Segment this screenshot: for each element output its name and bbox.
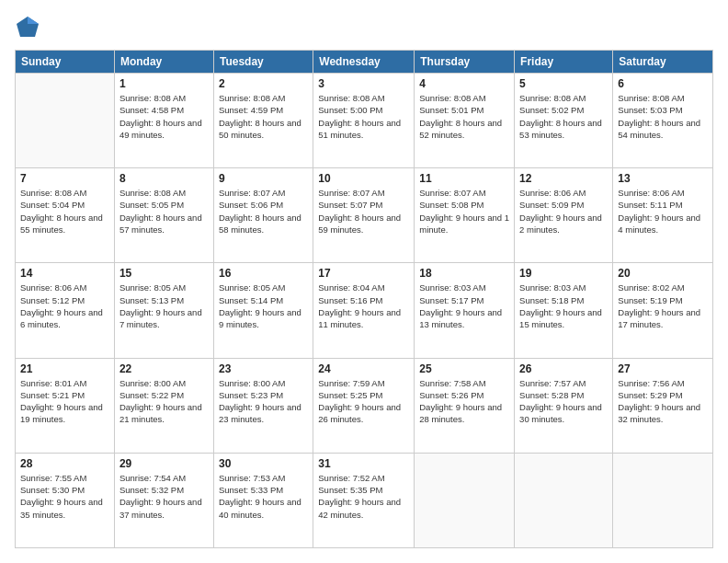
calendar-cell: 20Sunrise: 8:02 AMSunset: 5:19 PMDayligh… xyxy=(613,263,713,358)
calendar-cell: 6Sunrise: 8:08 AMSunset: 5:03 PMDaylight… xyxy=(613,74,713,168)
day-info: Sunrise: 8:01 AMSunset: 5:21 PMDaylight:… xyxy=(20,377,109,426)
day-number: 30 xyxy=(219,457,308,470)
calendar-cell xyxy=(515,453,613,547)
calendar-cell: 1Sunrise: 8:08 AMSunset: 4:58 PMDaylight… xyxy=(114,74,213,168)
logo-icon xyxy=(15,15,40,40)
day-info: Sunrise: 7:58 AMSunset: 5:26 PMDaylight:… xyxy=(419,377,509,426)
day-info: Sunrise: 8:05 AMSunset: 5:14 PMDaylight:… xyxy=(219,282,308,330)
day-info: Sunrise: 8:08 AMSunset: 5:05 PMDaylight:… xyxy=(119,187,209,236)
day-number: 10 xyxy=(318,172,409,185)
day-info: Sunrise: 8:06 AMSunset: 5:09 PMDaylight:… xyxy=(519,187,608,236)
logo xyxy=(15,15,44,40)
day-info: Sunrise: 7:59 AMSunset: 5:25 PMDaylight:… xyxy=(318,377,409,426)
day-info: Sunrise: 8:07 AMSunset: 5:08 PMDaylight:… xyxy=(419,187,509,236)
calendar-cell: 14Sunrise: 8:06 AMSunset: 5:12 PMDayligh… xyxy=(16,263,115,358)
calendar-week-row: 14Sunrise: 8:06 AMSunset: 5:12 PMDayligh… xyxy=(16,263,713,358)
calendar-cell: 7Sunrise: 8:08 AMSunset: 5:04 PMDaylight… xyxy=(16,168,115,263)
weekday-header-wednesday: Wednesday xyxy=(313,51,415,74)
day-info: Sunrise: 8:07 AMSunset: 5:06 PMDaylight:… xyxy=(219,187,308,236)
weekday-header-thursday: Thursday xyxy=(415,51,515,74)
day-info: Sunrise: 8:03 AMSunset: 5:18 PMDaylight:… xyxy=(519,282,608,330)
day-info: Sunrise: 8:05 AMSunset: 5:13 PMDaylight:… xyxy=(119,282,209,330)
calendar-cell: 11Sunrise: 8:07 AMSunset: 5:08 PMDayligh… xyxy=(415,168,515,263)
calendar-cell: 13Sunrise: 8:06 AMSunset: 5:11 PMDayligh… xyxy=(613,168,713,263)
day-number: 18 xyxy=(419,267,509,280)
day-number: 4 xyxy=(419,77,509,90)
weekday-header-tuesday: Tuesday xyxy=(213,51,313,74)
calendar-cell: 18Sunrise: 8:03 AMSunset: 5:17 PMDayligh… xyxy=(415,263,515,358)
day-info: Sunrise: 8:08 AMSunset: 4:58 PMDaylight:… xyxy=(119,92,209,141)
day-info: Sunrise: 8:04 AMSunset: 5:16 PMDaylight:… xyxy=(318,282,409,330)
day-info: Sunrise: 7:56 AMSunset: 5:29 PMDaylight:… xyxy=(618,377,708,426)
day-number: 5 xyxy=(519,77,608,90)
calendar-cell: 24Sunrise: 7:59 AMSunset: 5:25 PMDayligh… xyxy=(313,358,415,453)
weekday-header-friday: Friday xyxy=(515,51,613,74)
day-number: 29 xyxy=(119,457,209,470)
calendar-week-row: 7Sunrise: 8:08 AMSunset: 5:04 PMDaylight… xyxy=(16,168,713,263)
calendar-cell: 25Sunrise: 7:58 AMSunset: 5:26 PMDayligh… xyxy=(415,358,515,453)
day-number: 15 xyxy=(119,267,209,280)
calendar-cell: 3Sunrise: 8:08 AMSunset: 5:00 PMDaylight… xyxy=(313,74,415,168)
day-number: 28 xyxy=(20,457,109,470)
day-number: 26 xyxy=(519,362,608,375)
day-number: 25 xyxy=(419,362,509,375)
calendar-cell: 27Sunrise: 7:56 AMSunset: 5:29 PMDayligh… xyxy=(613,358,713,453)
calendar-cell: 15Sunrise: 8:05 AMSunset: 5:13 PMDayligh… xyxy=(114,263,213,358)
calendar-cell: 10Sunrise: 8:07 AMSunset: 5:07 PMDayligh… xyxy=(313,168,415,263)
day-info: Sunrise: 8:08 AMSunset: 5:01 PMDaylight:… xyxy=(419,92,509,141)
calendar-cell: 12Sunrise: 8:06 AMSunset: 5:09 PMDayligh… xyxy=(515,168,613,263)
calendar-cell: 28Sunrise: 7:55 AMSunset: 5:30 PMDayligh… xyxy=(16,453,115,547)
day-info: Sunrise: 8:07 AMSunset: 5:07 PMDaylight:… xyxy=(318,187,409,236)
day-number: 3 xyxy=(318,77,409,90)
header xyxy=(15,15,713,40)
weekday-header-sunday: Sunday xyxy=(16,51,115,74)
day-info: Sunrise: 8:08 AMSunset: 4:59 PMDaylight:… xyxy=(219,92,308,141)
day-info: Sunrise: 8:02 AMSunset: 5:19 PMDaylight:… xyxy=(618,282,708,330)
calendar-cell xyxy=(415,453,515,547)
day-info: Sunrise: 8:06 AMSunset: 5:11 PMDaylight:… xyxy=(618,187,708,236)
day-info: Sunrise: 7:52 AMSunset: 5:35 PMDaylight:… xyxy=(318,472,409,521)
calendar-cell: 19Sunrise: 8:03 AMSunset: 5:18 PMDayligh… xyxy=(515,263,613,358)
day-number: 23 xyxy=(219,362,308,375)
day-info: Sunrise: 7:55 AMSunset: 5:30 PMDaylight:… xyxy=(20,472,109,521)
weekday-header-saturday: Saturday xyxy=(613,51,713,74)
day-info: Sunrise: 8:08 AMSunset: 5:03 PMDaylight:… xyxy=(618,92,708,141)
calendar-cell: 4Sunrise: 8:08 AMSunset: 5:01 PMDaylight… xyxy=(415,74,515,168)
calendar-table: SundayMondayTuesdayWednesdayThursdayFrid… xyxy=(15,50,713,548)
day-number: 9 xyxy=(219,172,308,185)
calendar-cell: 2Sunrise: 8:08 AMSunset: 4:59 PMDaylight… xyxy=(213,74,313,168)
weekday-header-monday: Monday xyxy=(114,51,213,74)
day-info: Sunrise: 8:08 AMSunset: 5:04 PMDaylight:… xyxy=(20,187,109,236)
day-info: Sunrise: 7:57 AMSunset: 5:28 PMDaylight:… xyxy=(519,377,608,426)
calendar-cell xyxy=(16,74,115,168)
calendar-cell: 5Sunrise: 8:08 AMSunset: 5:02 PMDaylight… xyxy=(515,74,613,168)
day-info: Sunrise: 8:03 AMSunset: 5:17 PMDaylight:… xyxy=(419,282,509,330)
day-number: 27 xyxy=(618,362,708,375)
calendar-cell: 17Sunrise: 8:04 AMSunset: 5:16 PMDayligh… xyxy=(313,263,415,358)
day-number: 24 xyxy=(318,362,409,375)
day-info: Sunrise: 8:08 AMSunset: 5:02 PMDaylight:… xyxy=(519,92,608,141)
day-number: 2 xyxy=(219,77,308,90)
day-info: Sunrise: 7:54 AMSunset: 5:32 PMDaylight:… xyxy=(119,472,209,521)
weekday-header-row: SundayMondayTuesdayWednesdayThursdayFrid… xyxy=(16,51,713,74)
day-number: 19 xyxy=(519,267,608,280)
calendar-cell: 16Sunrise: 8:05 AMSunset: 5:14 PMDayligh… xyxy=(213,263,313,358)
calendar-week-row: 28Sunrise: 7:55 AMSunset: 5:30 PMDayligh… xyxy=(16,453,713,547)
calendar-cell: 26Sunrise: 7:57 AMSunset: 5:28 PMDayligh… xyxy=(515,358,613,453)
day-number: 17 xyxy=(318,267,409,280)
day-info: Sunrise: 8:00 AMSunset: 5:23 PMDaylight:… xyxy=(219,377,308,426)
calendar-cell: 29Sunrise: 7:54 AMSunset: 5:32 PMDayligh… xyxy=(114,453,213,547)
day-number: 1 xyxy=(119,77,209,90)
calendar-week-row: 1Sunrise: 8:08 AMSunset: 4:58 PMDaylight… xyxy=(16,74,713,168)
day-number: 7 xyxy=(20,172,109,185)
day-number: 20 xyxy=(618,267,708,280)
day-number: 12 xyxy=(519,172,608,185)
day-number: 14 xyxy=(20,267,109,280)
day-info: Sunrise: 7:53 AMSunset: 5:33 PMDaylight:… xyxy=(219,472,308,521)
day-number: 21 xyxy=(20,362,109,375)
day-number: 31 xyxy=(318,457,409,470)
day-info: Sunrise: 8:08 AMSunset: 5:00 PMDaylight:… xyxy=(318,92,409,141)
day-number: 22 xyxy=(119,362,209,375)
calendar-cell: 22Sunrise: 8:00 AMSunset: 5:22 PMDayligh… xyxy=(114,358,213,453)
day-info: Sunrise: 8:00 AMSunset: 5:22 PMDaylight:… xyxy=(119,377,209,426)
